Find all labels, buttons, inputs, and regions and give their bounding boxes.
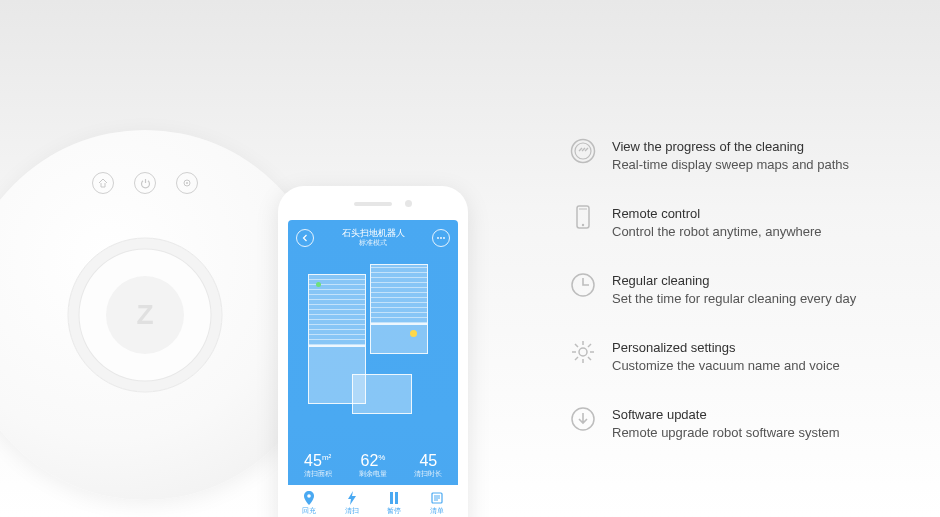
- stat-value: 62: [361, 452, 379, 469]
- feature-item-settings: Personalized settings Customize the vacu…: [570, 339, 910, 374]
- phone-icon: [570, 205, 596, 231]
- stat-label: 清扫时长: [414, 470, 442, 479]
- feature-title: Software update: [612, 406, 840, 424]
- feature-desc: Customize the vacuum name and voice: [612, 357, 840, 375]
- map-room: [370, 264, 428, 324]
- nav-pause[interactable]: 暂停: [387, 491, 401, 516]
- stat-value: 45: [419, 452, 437, 469]
- nav-label: 暂停: [387, 507, 401, 516]
- progress-icon: [570, 138, 596, 164]
- feature-desc: Real-time display sweep maps and paths: [612, 156, 849, 174]
- pin-icon: [302, 491, 316, 505]
- download-icon: [570, 406, 596, 432]
- feature-desc: Remote upgrade robot software system: [612, 424, 840, 442]
- app-screen: 石头扫地机器人 标准模式 45m² 清扫面积 62% 剩余电量: [288, 220, 458, 517]
- svg-rect-7: [395, 492, 398, 504]
- feature-item-update: Software update Remote upgrade robot sof…: [570, 406, 910, 441]
- stat-area: 45m² 清扫面积: [304, 452, 332, 479]
- nav-label: 清单: [430, 507, 444, 516]
- nav-label: 回充: [302, 507, 316, 516]
- gear-icon: [570, 339, 596, 365]
- smartphone: 石头扫地机器人 标准模式 45m² 清扫面积 62% 剩余电量: [278, 186, 468, 517]
- feature-title: View the progress of the cleaning: [612, 138, 849, 156]
- app-stats-row: 45m² 清扫面积 62% 剩余电量 45 清扫时长: [288, 450, 458, 485]
- robot-power-button: [134, 172, 156, 194]
- feature-title: Remote control: [612, 205, 822, 223]
- robot-logo: Z: [106, 276, 184, 354]
- svg-point-15: [579, 348, 587, 356]
- svg-rect-6: [390, 492, 393, 504]
- app-bottom-nav: 回充 清扫 暂停 清单: [288, 485, 458, 517]
- app-menu-button[interactable]: [432, 229, 450, 247]
- app-header: 石头扫地机器人 标准模式: [288, 220, 458, 252]
- feature-desc: Set the time for regular cleaning every …: [612, 290, 856, 308]
- app-back-button[interactable]: [296, 229, 314, 247]
- app-title: 石头扫地机器人 标准模式: [342, 228, 405, 248]
- app-title-text: 石头扫地机器人: [342, 228, 405, 239]
- stat-duration: 45 清扫时长: [414, 452, 442, 479]
- svg-point-5: [307, 494, 311, 498]
- feature-title: Personalized settings: [612, 339, 840, 357]
- nav-clean[interactable]: 清扫: [345, 491, 359, 516]
- stat-unit: m²: [322, 453, 331, 462]
- pause-icon: [387, 491, 401, 505]
- list-icon: [430, 491, 444, 505]
- feature-item-schedule: Regular cleaning Set the time for regula…: [570, 272, 910, 307]
- map-robot-dot: [410, 330, 417, 337]
- map-room: [352, 374, 412, 414]
- nav-list[interactable]: 清单: [430, 491, 444, 516]
- robot-home-button: [92, 172, 114, 194]
- bolt-icon: [345, 491, 359, 505]
- nav-dock[interactable]: 回充: [302, 491, 316, 516]
- stat-unit: %: [378, 453, 385, 462]
- svg-point-2: [437, 237, 439, 239]
- feature-title: Regular cleaning: [612, 272, 856, 290]
- svg-point-12: [582, 224, 584, 226]
- feature-item-remote: Remote control Control the robot anytime…: [570, 205, 910, 240]
- feature-list: View the progress of the cleaning Real-t…: [570, 138, 910, 441]
- robot-spot-button: [176, 172, 198, 194]
- svg-point-10: [575, 143, 591, 159]
- phone-speaker: [354, 202, 392, 206]
- svg-point-3: [440, 237, 442, 239]
- svg-rect-13: [579, 209, 587, 210]
- map-start-dot: [316, 282, 321, 287]
- stat-label: 剩余电量: [359, 470, 387, 479]
- map-room: [370, 324, 428, 354]
- stat-label: 清扫面积: [304, 470, 332, 479]
- svg-point-4: [443, 237, 445, 239]
- stat-value: 45: [304, 452, 322, 469]
- clock-icon: [570, 272, 596, 298]
- stat-battery: 62% 剩余电量: [359, 452, 387, 479]
- svg-point-1: [186, 182, 188, 184]
- feature-item-progress: View the progress of the cleaning Real-t…: [570, 138, 910, 173]
- app-subtitle-text: 标准模式: [342, 239, 405, 248]
- nav-label: 清扫: [345, 507, 359, 516]
- phone-camera: [405, 200, 412, 207]
- robot-button-row: [92, 172, 198, 194]
- feature-desc: Control the robot anytime, anywhere: [612, 223, 822, 241]
- cleaning-map[interactable]: [298, 264, 448, 444]
